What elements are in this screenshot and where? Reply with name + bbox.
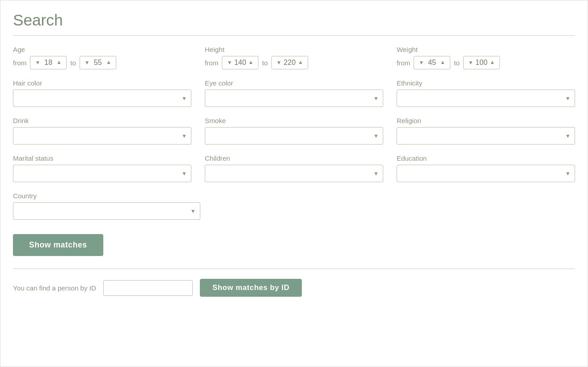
age-from-label: from (13, 59, 26, 67)
education-label: Education (397, 154, 575, 162)
show-matches-by-id-button[interactable]: Show matches by ID (200, 279, 302, 297)
height-to-down-icon[interactable]: ▼ (276, 60, 282, 66)
ethnicity-select-wrapper (397, 90, 575, 107)
weight-to-up-icon[interactable]: ▼ (490, 60, 495, 66)
find-by-id-label: You can find a person by ID (13, 284, 96, 292)
children-select-wrapper (205, 165, 383, 182)
weight-to-stepper[interactable]: ▼ 100 ▼ (463, 56, 500, 69)
hair-color-label: Hair color (13, 79, 191, 87)
drink-label: Drink (13, 117, 191, 124)
religion-group: Religion (397, 117, 575, 145)
children-group: Children (205, 154, 383, 182)
hair-color-group: Hair color (13, 79, 191, 107)
education-select-wrapper (397, 165, 575, 182)
age-to-down-icon[interactable]: ▼ (85, 60, 90, 66)
age-from-value: 18 (42, 59, 55, 67)
country-group: Country (13, 192, 200, 220)
marital-status-label: Marital status (13, 154, 191, 162)
height-range-row: from ▼ 140 ▼ to ▼ 220 ▼ (205, 56, 383, 69)
age-from-stepper[interactable]: ▼ 18 ▼ (30, 56, 67, 69)
height-to-label: to (262, 59, 268, 67)
search-page: Search Age from ▼ 18 ▼ to ▼ 55 ▼ (0, 0, 588, 367)
weight-range-row: from ▼ 45 ▼ to ▼ 100 ▼ (397, 56, 575, 69)
hair-color-select-wrapper (13, 90, 191, 107)
weight-from-down-icon[interactable]: ▼ (419, 60, 424, 66)
marital-status-select[interactable] (13, 165, 191, 182)
weight-from-label: from (397, 59, 410, 67)
children-label: Children (205, 154, 383, 162)
row-country: Country (13, 192, 575, 220)
eye-color-group: Eye color (205, 79, 383, 107)
smoke-group: Smoke (205, 117, 383, 145)
id-input[interactable] (103, 280, 193, 296)
height-from-stepper[interactable]: ▼ 140 ▼ (222, 56, 258, 69)
children-select[interactable] (205, 165, 383, 182)
height-from-down-icon[interactable]: ▼ (227, 60, 232, 66)
height-to-value: 220 (283, 59, 296, 67)
country-label: Country (13, 192, 200, 200)
smoke-select-wrapper (205, 127, 383, 145)
religion-label: Religion (397, 117, 575, 124)
education-select[interactable] (397, 165, 575, 182)
ethnicity-select[interactable] (397, 90, 575, 107)
height-to-up-icon[interactable]: ▼ (298, 60, 303, 66)
ethnicity-label: Ethnicity (397, 79, 575, 87)
marital-status-select-wrapper (13, 165, 191, 182)
marital-status-group: Marital status (13, 154, 191, 182)
show-matches-button[interactable]: Show matches (13, 234, 103, 256)
weight-from-stepper[interactable]: ▼ 45 ▼ (414, 56, 450, 69)
drink-select-wrapper (13, 127, 191, 145)
weight-from-value: 45 (426, 59, 438, 67)
page-title: Search (13, 11, 575, 29)
row-drink-smoke-religion: Drink Smoke Religion (13, 117, 575, 145)
weight-to-value: 100 (475, 59, 488, 67)
eye-color-label: Eye color (205, 79, 383, 87)
eye-color-select-wrapper (205, 90, 383, 107)
age-to-up-icon[interactable]: ▼ (106, 60, 111, 66)
smoke-select[interactable] (205, 127, 383, 145)
age-range-row: from ▼ 18 ▼ to ▼ 55 ▼ (13, 56, 191, 69)
height-from-label: from (205, 59, 218, 67)
age-to-value: 55 (92, 59, 104, 67)
weight-to-label: to (454, 59, 460, 67)
row-hair-eye-ethnicity: Hair color Eye color Ethnicity (13, 79, 575, 107)
ethnicity-group: Ethnicity (397, 79, 575, 107)
religion-select[interactable] (397, 127, 575, 145)
religion-select-wrapper (397, 127, 575, 145)
age-from-down-icon[interactable]: ▼ (35, 60, 40, 66)
eye-color-select[interactable] (205, 90, 383, 107)
smoke-label: Smoke (205, 117, 383, 124)
drink-select[interactable] (13, 127, 191, 145)
age-from-up-icon[interactable]: ▼ (56, 60, 62, 66)
age-to-stepper[interactable]: ▼ 55 ▼ (80, 56, 116, 69)
education-group: Education (397, 154, 575, 182)
find-by-id-row: You can find a person by ID Show matches… (13, 279, 575, 297)
weight-group: Weight from ▼ 45 ▼ to ▼ 100 ▼ (397, 46, 575, 69)
age-to-label: to (70, 59, 76, 67)
drink-group: Drink (13, 117, 191, 145)
row-age-height-weight: Age from ▼ 18 ▼ to ▼ 55 ▼ Height from (13, 46, 575, 69)
height-from-value: 140 (234, 59, 246, 67)
row-marital-children-education: Marital status Children Education (13, 154, 575, 182)
country-select-wrapper (13, 202, 200, 220)
height-from-up-icon[interactable]: ▼ (248, 60, 254, 66)
age-label: Age (13, 46, 191, 53)
weight-from-up-icon[interactable]: ▼ (440, 60, 445, 66)
weight-to-down-icon[interactable]: ▼ (468, 60, 474, 66)
age-group: Age from ▼ 18 ▼ to ▼ 55 ▼ (13, 46, 191, 69)
country-select[interactable] (13, 202, 200, 220)
hair-color-select[interactable] (13, 90, 191, 107)
height-group: Height from ▼ 140 ▼ to ▼ 220 ▼ (205, 46, 383, 69)
weight-label: Weight (397, 46, 575, 53)
height-label: Height (205, 46, 383, 53)
height-to-stepper[interactable]: ▼ 220 ▼ (271, 56, 308, 69)
